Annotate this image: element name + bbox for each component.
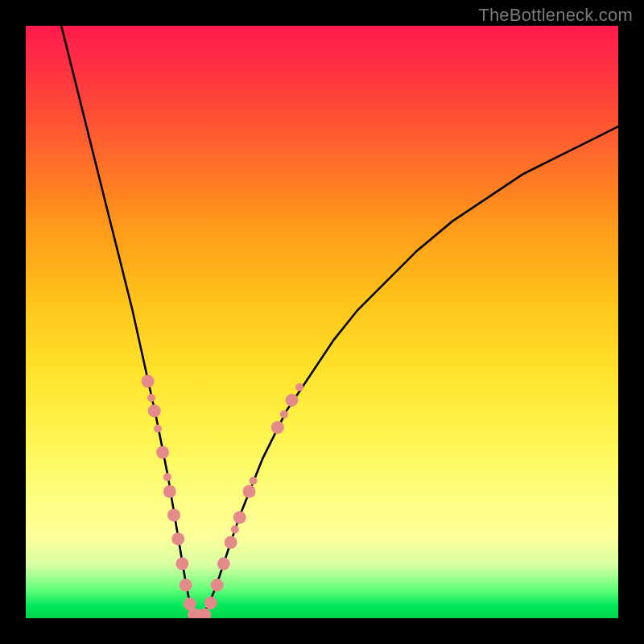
marker-dot [211, 579, 224, 592]
highlighted-points [142, 375, 303, 618]
marker-dot [180, 579, 192, 592]
chart-frame: TheBottleneck.com [0, 0, 644, 644]
marker-dot [156, 446, 169, 459]
marker-dot [147, 394, 155, 402]
marker-dot [286, 394, 299, 407]
bottleneck-curve [61, 26, 618, 618]
plot-area [26, 26, 618, 618]
marker-dot [163, 473, 171, 481]
marker-dot [217, 557, 230, 570]
marker-dot [295, 383, 303, 391]
marker-dot [233, 511, 246, 524]
marker-dot [167, 509, 180, 522]
marker-dot [171, 532, 184, 545]
marker-dot [231, 526, 239, 534]
marker-dot [142, 375, 155, 388]
marker-dot [225, 536, 237, 549]
marker-dot [154, 425, 162, 433]
marker-dot [163, 485, 176, 498]
marker-dot [280, 411, 288, 419]
marker-dot [271, 421, 284, 434]
marker-dot [148, 404, 161, 417]
marker-dot [243, 485, 256, 498]
marker-dot [204, 597, 217, 609]
marker-dot [175, 557, 188, 570]
chart-overlay [26, 26, 618, 618]
watermark-text: TheBottleneck.com [478, 5, 633, 26]
marker-dot [250, 477, 258, 485]
